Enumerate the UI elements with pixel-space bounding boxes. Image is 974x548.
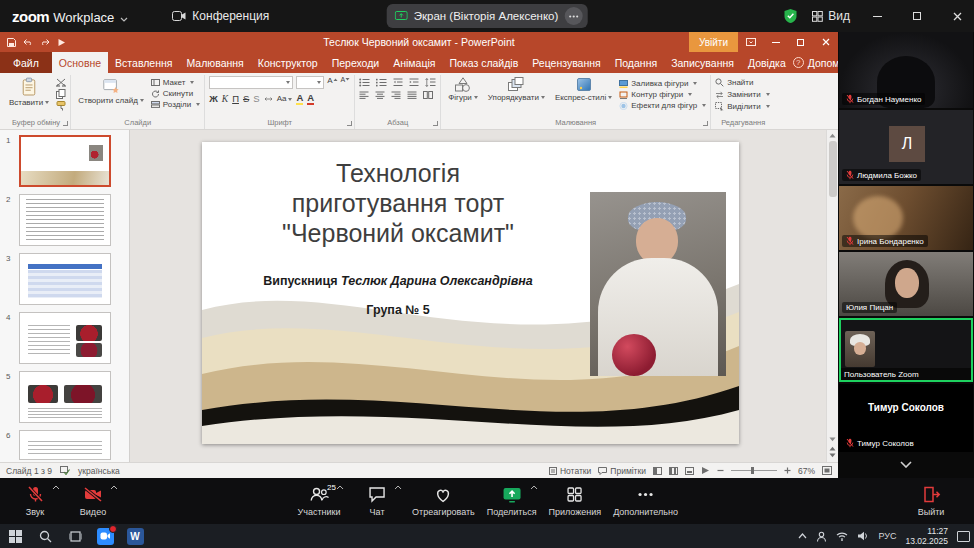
taskbar-word-app[interactable]: W <box>120 524 150 548</box>
increase-font-icon[interactable]: A <box>327 76 337 89</box>
justify-icon[interactable] <box>407 91 417 99</box>
format-painter-icon[interactable] <box>56 101 66 111</box>
save-icon[interactable] <box>7 38 16 47</box>
language-indicator[interactable]: РУС <box>878 531 896 541</box>
ribbon-display-options-icon[interactable] <box>738 32 763 52</box>
participant-tile[interactable]: Юлия Пицан <box>839 252 973 316</box>
font-color-button[interactable]: A <box>307 92 314 105</box>
participants-chevron[interactable] <box>336 485 344 490</box>
previous-slide-icon[interactable] <box>829 446 836 451</box>
slide-thumbnail-3[interactable] <box>19 253 111 305</box>
increase-indent-icon[interactable] <box>409 78 419 87</box>
decrease-font-icon[interactable]: A <box>341 76 351 89</box>
redo-icon[interactable] <box>40 38 50 46</box>
tab-file[interactable]: Файл <box>0 52 52 73</box>
security-shield-icon[interactable] <box>783 8 798 24</box>
section-button[interactable]: Розділи <box>151 100 200 109</box>
tab-design[interactable]: Конструктор <box>251 52 325 73</box>
participants-button[interactable]: 25 Участники <box>290 478 348 524</box>
highlight-color-button[interactable]: A <box>296 92 303 105</box>
view-button[interactable]: Вид <box>812 9 850 23</box>
thumbnail-row-6[interactable]: 6 <box>6 430 129 460</box>
zoom-percentage[interactable]: 67% <box>798 466 815 476</box>
normal-view-icon[interactable] <box>653 467 662 475</box>
zoom-in-button[interactable] <box>784 467 791 474</box>
zoom-slider-thumb[interactable] <box>751 467 754 474</box>
zoom-slider[interactable] <box>731 470 777 471</box>
window-maximize-button[interactable] <box>904 0 930 32</box>
change-case-button[interactable]: Aa <box>277 94 293 103</box>
ppt-close-button[interactable] <box>813 32 838 52</box>
strikethrough-button[interactable]: S <box>243 93 249 104</box>
tab-slideshow[interactable]: Показ слайдів <box>442 52 525 73</box>
audio-button[interactable]: Звук <box>6 478 64 524</box>
font-size-combo[interactable] <box>296 76 324 89</box>
thumbnail-row-3[interactable]: 3 <box>6 253 129 305</box>
tab-view[interactable]: Подання <box>608 52 664 73</box>
slide-thumbnail-5[interactable] <box>19 371 111 423</box>
tab-help[interactable]: Довідка <box>741 52 793 73</box>
student-photo[interactable] <box>590 192 726 376</box>
character-spacing-icon[interactable] <box>264 95 273 103</box>
tab-insert[interactable]: Вставлення <box>108 52 179 73</box>
align-left-icon[interactable] <box>359 91 369 99</box>
tray-person-icon[interactable] <box>816 531 827 542</box>
ppt-vertical-scrollbar[interactable] <box>826 130 838 462</box>
volume-icon[interactable] <box>857 531 869 541</box>
numbering-icon[interactable] <box>376 78 387 87</box>
slide-canvas-area[interactable]: Технологія приготування торт "Червоний о… <box>130 130 826 462</box>
underline-button[interactable]: П <box>232 93 239 104</box>
thumbnail-row-4[interactable]: 4 <box>6 312 129 364</box>
slide-thumbnail-4[interactable] <box>19 312 111 364</box>
reading-view-icon[interactable] <box>685 467 694 475</box>
cut-icon[interactable] <box>56 78 66 87</box>
ppt-restore-button[interactable] <box>788 32 813 52</box>
paragraph-dialog-launcher[interactable] <box>433 121 438 126</box>
task-view-icon[interactable] <box>60 524 90 548</box>
italic-button[interactable]: К <box>222 94 228 104</box>
shape-fill-button[interactable]: Заливка фігури <box>619 79 706 88</box>
scrollbar-thumb[interactable] <box>829 141 837 197</box>
more-button[interactable]: Дополнительно <box>607 478 684 524</box>
bullets-icon[interactable] <box>359 78 370 87</box>
window-close-button[interactable] <box>944 0 970 32</box>
align-right-icon[interactable] <box>391 91 401 99</box>
thumbnail-row-2[interactable]: 2 <box>6 194 129 246</box>
tab-review[interactable]: Рецензування <box>525 52 607 73</box>
language-indicator[interactable]: українська <box>78 466 120 476</box>
chat-button[interactable]: Чат <box>348 478 406 524</box>
hidden-icons-chevron[interactable] <box>798 533 807 539</box>
audio-options-chevron[interactable] <box>52 485 60 490</box>
layout-button[interactable]: Макет <box>151 78 200 87</box>
slide-thumbnail-1[interactable] <box>19 135 111 187</box>
window-minimize-button[interactable] <box>864 0 890 32</box>
zoom-out-button[interactable] <box>717 467 724 474</box>
tab-recording[interactable]: Записування <box>664 52 741 73</box>
share-screen-button[interactable]: Поделиться <box>481 478 543 524</box>
participant-tile[interactable]: Богдан Науменко <box>839 32 973 108</box>
arrange-button[interactable]: Упорядкувати <box>485 76 548 103</box>
taskbar-zoom-app[interactable] <box>90 524 120 548</box>
tab-transitions[interactable]: Переходи <box>325 52 387 73</box>
start-button[interactable] <box>0 524 30 548</box>
video-options-chevron[interactable] <box>110 485 118 490</box>
slide-thumbnail-6[interactable] <box>19 430 111 460</box>
notification-center-icon[interactable] <box>957 531 970 542</box>
fit-slide-icon[interactable] <box>822 466 832 475</box>
leave-meeting-button[interactable]: Выйти <box>902 478 960 524</box>
chat-chevron[interactable] <box>394 485 402 490</box>
notes-button[interactable]: Нотатки <box>549 466 591 476</box>
panel-scroll-down-button[interactable] <box>839 454 973 474</box>
new-slide-button[interactable]: Створити слайд <box>75 76 147 106</box>
tab-meeting[interactable]: Конференция <box>162 0 279 32</box>
more-options-icon[interactable] <box>564 7 582 25</box>
participant-tile-active-speaker[interactable]: Пользователь Zoom <box>839 318 973 382</box>
shape-effects-button[interactable]: Ефекти для фігур <box>619 101 706 110</box>
start-slideshow-icon[interactable] <box>57 38 66 47</box>
font-dialog-launcher[interactable] <box>347 121 352 126</box>
replace-button[interactable]: Замінити <box>715 90 770 99</box>
align-center-icon[interactable] <box>375 91 385 99</box>
sign-in-button[interactable]: Увійти <box>689 32 738 52</box>
participant-tile[interactable]: Тимур Соколов Тимур Соколов <box>839 384 973 452</box>
bold-button[interactable]: Ж <box>209 93 218 104</box>
